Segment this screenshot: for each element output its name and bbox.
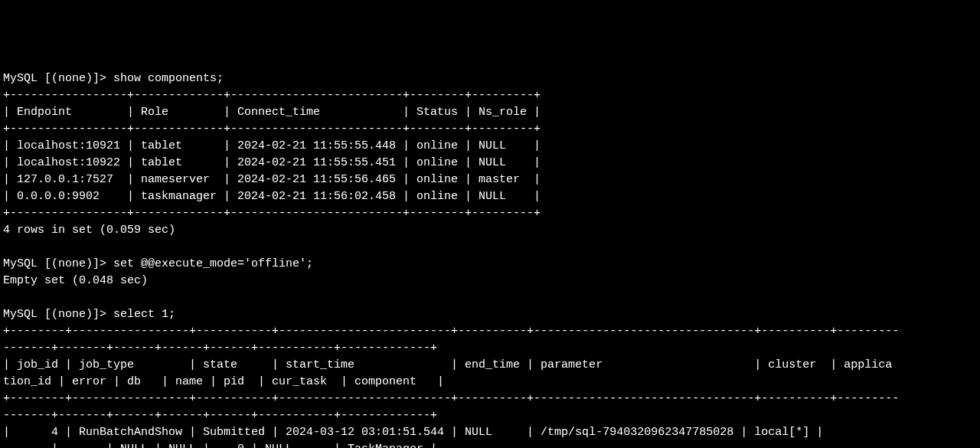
q1-mid-separator: +-----------------+-------------+-------… [3,123,541,136]
q1-row-2: | localhost:10922 | tablet | 2024-02-21 … [3,156,541,169]
q3-top-separator-l1: +--------+-----------------+-----------+… [3,325,899,338]
q3-header-l1: | job_id | job_type | state | start_time… [3,358,892,371]
terminal-output: MySQL [(none)]> show components; +------… [3,54,977,448]
prompt-prefix: MySQL [(none)]> [3,308,113,321]
prompt-line-2: MySQL [(none)]> set @@execute_mode='offl… [3,257,313,270]
q1-header: | Endpoint | Role | Connect_time | Statu… [3,106,541,119]
q3-top-separator-l2: -------+-------+------+------+------+---… [3,342,437,355]
prompt-prefix: MySQL [(none)]> [3,257,113,270]
prompt-line-3: MySQL [(none)]> select 1; [3,308,175,321]
q1-top-separator: +-----------------+-------------+-------… [3,89,541,102]
q3-row-l2: | | NULL | NULL | 0 | NULL | TaskManager… [3,443,437,448]
query-2-command: set @@execute_mode='offline'; [113,257,313,270]
query-3-command: select 1; [113,308,175,321]
q3-header-l2: tion_id | error | db | name | pid | cur_… [3,375,444,388]
q1-row-3: | 127.0.0.1:7527 | nameserver | 2024-02-… [3,173,541,186]
query-1-command: show components; [113,72,224,85]
q2-summary: Empty set (0.048 sec) [3,274,148,287]
prompt-prefix: MySQL [(none)]> [3,72,113,85]
q1-bottom-separator: +-----------------+-------------+-------… [3,207,541,220]
prompt-line-1: MySQL [(none)]> show components; [3,72,224,85]
q3-row-l1: | 4 | RunBatchAndShow | Submitted | 2024… [3,426,878,439]
q1-row-4: | 0.0.0.0:9902 | taskmanager | 2024-02-2… [3,190,541,203]
q1-summary: 4 rows in set (0.059 sec) [3,224,175,237]
q3-mid-separator-l2: -------+-------+------+------+------+---… [3,409,437,422]
q3-mid-separator-l1: +--------+-----------------+-----------+… [3,392,899,405]
q1-row-1: | localhost:10921 | tablet | 2024-02-21 … [3,139,541,152]
